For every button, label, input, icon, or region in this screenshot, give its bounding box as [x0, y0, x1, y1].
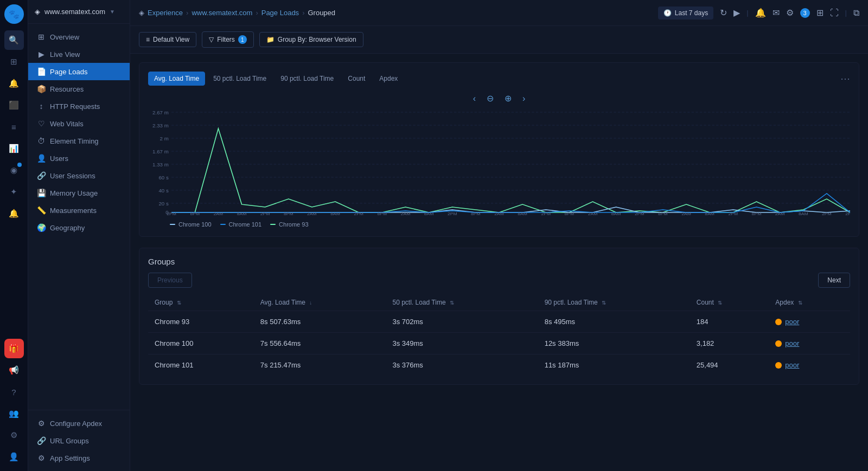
sidebar-item-geography[interactable]: 🌍 Geography: [28, 219, 130, 236]
toolbar: ≡ Default View ▽ Filters 1 📁 Group By: B…: [130, 26, 868, 54]
apps-icon[interactable]: ⬛: [4, 95, 24, 115]
sort-icon-avg-load[interactable]: ↓: [309, 300, 312, 306]
cell-avg-load-time: 7s 215.47ms: [254, 354, 386, 376]
help-icon[interactable]: ?: [4, 382, 24, 402]
sidebar-item-label: HTTP Requests: [50, 102, 100, 111]
sidebar-item-resources[interactable]: 📦 Resources: [28, 80, 130, 98]
app-logo[interactable]: 🐾: [4, 4, 24, 24]
sidebar-item-overview[interactable]: ⊞ Overview: [28, 28, 130, 46]
chart-next-button[interactable]: ›: [519, 93, 528, 105]
metrics-icon[interactable]: 📊: [4, 139, 24, 158]
filters-button[interactable]: ▽ Filters 1: [202, 31, 254, 48]
tab-50-pctl[interactable]: 50 pctl. Load Time: [207, 72, 272, 86]
table-row: Chrome 101 7s 215.47ms 3s 376ms 11s 187m…: [148, 354, 850, 376]
chart-zoom-out-button[interactable]: ⊖: [483, 92, 497, 105]
logs-icon[interactable]: ≡: [4, 117, 24, 137]
sort-icon-apdex[interactable]: ⇅: [798, 300, 802, 306]
apdex-label[interactable]: poor: [785, 361, 799, 369]
chart-more-icon[interactable]: ⋯: [840, 73, 850, 85]
tab-count[interactable]: Count: [342, 72, 371, 86]
sort-icon-count[interactable]: ⇅: [718, 300, 722, 306]
breadcrumb-page-loads[interactable]: Page Loads: [261, 9, 299, 17]
apdex-label[interactable]: poor: [785, 318, 799, 326]
tab-90-pctl[interactable]: 90 pctl. Load Time: [275, 72, 340, 86]
refresh-icon[interactable]: ↻: [720, 8, 727, 18]
previous-button[interactable]: Previous: [148, 273, 192, 288]
sidebar-item-http-requests[interactable]: ↕ HTTP Requests: [28, 98, 130, 115]
gift-icon[interactable]: 🎁: [4, 339, 24, 358]
filters-count-badge: 1: [238, 35, 247, 44]
layout-icon[interactable]: ⧉: [853, 8, 859, 18]
sidebar-header[interactable]: ◈ www.sematext.com ▼: [28, 0, 130, 24]
sidebar-item-label: Measurements: [50, 207, 97, 215]
dashboard-icon[interactable]: ⊞: [4, 52, 24, 72]
col-header-group: Group ⇅: [148, 294, 254, 311]
notification-badge[interactable]: 3: [800, 8, 810, 18]
tab-apdex[interactable]: Apdex: [373, 72, 404, 86]
alert-icon[interactable]: 🔔: [4, 74, 24, 93]
page-content: Avg. Load Time 50 pctl. Load Time 90 pct…: [130, 54, 868, 471]
sort-icon-50pctl[interactable]: ⇅: [450, 300, 454, 306]
bell-icon[interactable]: 🔔: [755, 8, 766, 18]
svg-text:2PM: 2PM: [260, 211, 270, 215]
sidebar-item-user-sessions[interactable]: 🔗 User Sessions: [28, 167, 130, 184]
sidebar-item-users[interactable]: 👤 Users: [28, 150, 130, 167]
groups-header: Groups: [148, 257, 850, 266]
chart-zoom-in-button[interactable]: ⊕: [501, 92, 515, 105]
apdex-status-dot: [775, 319, 782, 325]
sidebar-item-url-groups[interactable]: 🔗 URL Groups: [28, 432, 130, 449]
play-icon[interactable]: ▶: [733, 8, 740, 18]
cell-90pctl: 11s 187ms: [538, 354, 690, 376]
default-view-button[interactable]: ≡ Default View: [139, 32, 196, 47]
alerts-nav-icon[interactable]: 🔔: [4, 204, 24, 223]
svg-text:8PM: 8PM: [658, 211, 668, 215]
sidebar-item-app-settings[interactable]: ⚙ App Settings: [28, 449, 130, 467]
web-vitals-icon: ♡: [37, 119, 46, 128]
breadcrumb-grouped: Grouped: [308, 9, 335, 17]
sidebar-item-measurements[interactable]: 📏 Measurements: [28, 202, 130, 219]
user-avatar[interactable]: 👤: [4, 447, 24, 467]
cell-apdex: poor: [769, 311, 850, 333]
expand-icon[interactable]: ⛶: [830, 8, 839, 18]
group-by-button[interactable]: 📁 Group By: Browser Version: [259, 32, 363, 47]
divider: |: [746, 9, 748, 17]
svg-text:2PM: 2PM: [448, 211, 457, 215]
clock-icon: 🕐: [663, 9, 672, 17]
sidebar-item-live-view[interactable]: ▶ Live View: [28, 46, 130, 63]
next-button[interactable]: Next: [818, 273, 850, 288]
settings-icon[interactable]: ⚙: [4, 425, 24, 445]
speaker-icon[interactable]: 📢: [4, 360, 24, 380]
sort-icon-group[interactable]: ⇅: [177, 300, 181, 306]
email-icon[interactable]: ✉: [773, 8, 780, 18]
chart-legend: Chrome 100 Chrome 101 Chrome 93: [148, 221, 850, 228]
svg-text:2.67 m: 2.67 m: [152, 110, 169, 115]
team-icon[interactable]: 👥: [4, 404, 24, 423]
svg-text:8PM: 8PM: [471, 211, 481, 215]
sidebar-item-web-vitals[interactable]: ♡ Web Vitals: [28, 115, 130, 132]
tab-avg-load-time[interactable]: Avg. Load Time: [148, 72, 205, 86]
sidebar-item-element-timing[interactable]: ⏱ Element Timing: [28, 132, 130, 150]
time-range-selector[interactable]: 🕐 Last 7 days: [658, 7, 713, 20]
sort-icon-90pctl[interactable]: ⇅: [602, 300, 606, 306]
apdex-label[interactable]: poor: [785, 339, 799, 347]
col-header-avg-load: Avg. Load Time ↓: [254, 294, 386, 311]
search-icon[interactable]: 🔍: [4, 30, 24, 50]
chart-prev-button[interactable]: ‹: [470, 93, 479, 105]
sidebar-item-configure-apdex[interactable]: ⚙ Configure Apdex: [28, 415, 130, 432]
sidebar-item-memory-usage[interactable]: 💾 Memory Usage: [28, 184, 130, 202]
folder-icon: 📁: [266, 36, 275, 43]
sidebar-item-label: Resources: [50, 85, 84, 93]
main-content: ◈ Experience › www.sematext.com › Page L…: [130, 0, 868, 471]
col-header-count: Count ⇅: [690, 294, 769, 311]
cell-count: 25,494: [690, 354, 769, 376]
filter-icon[interactable]: ⚙: [786, 8, 794, 18]
breadcrumb-experience[interactable]: Experience: [148, 9, 183, 17]
breadcrumb-domain[interactable]: www.sematext.com: [192, 9, 252, 17]
apdex-status-dot: [775, 362, 782, 369]
sidebar-item-page-loads[interactable]: 📄 Page Loads: [28, 63, 130, 80]
groups-table: Group ⇅ Avg. Load Time ↓ 50 pctl. Load T…: [148, 294, 850, 376]
synthetics-icon[interactable]: ✦: [4, 182, 24, 202]
table-icon[interactable]: ⊞: [816, 8, 824, 18]
svg-text:8PM: 8PM: [565, 211, 575, 215]
experience-icon[interactable]: ◉: [4, 160, 24, 180]
